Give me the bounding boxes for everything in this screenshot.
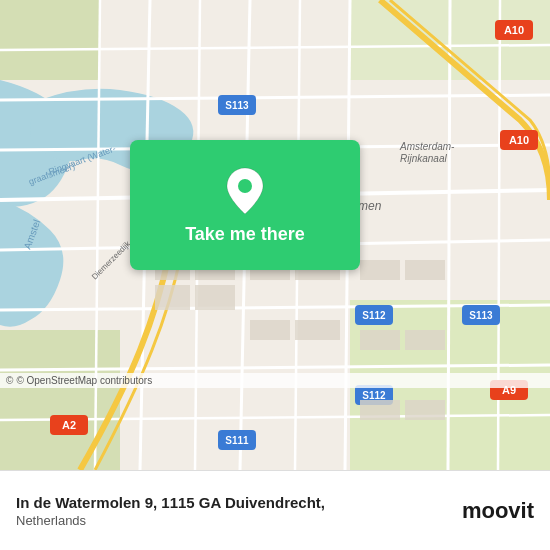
svg-text:S113: S113 (225, 100, 249, 111)
bottom-bar: In de Watermolen 9, 1115 GA Duivendrecht… (0, 470, 550, 550)
location-country: Netherlands (16, 513, 462, 528)
svg-point-60 (238, 179, 252, 193)
svg-rect-49 (195, 285, 235, 310)
moovit-text: moovit (462, 498, 534, 524)
svg-text:Rijnkanaal: Rijnkanaal (400, 153, 447, 164)
svg-text:S113: S113 (469, 310, 493, 321)
take-me-there-label: Take me there (185, 224, 305, 245)
moovit-logo: moovit (462, 498, 534, 524)
svg-text:S112: S112 (362, 310, 386, 321)
svg-rect-56 (360, 330, 400, 350)
svg-rect-58 (360, 400, 400, 420)
svg-line-16 (448, 0, 450, 470)
copyright-symbol: © (6, 375, 13, 386)
svg-rect-52 (250, 320, 290, 340)
svg-text:A10: A10 (504, 24, 524, 36)
app-container: A10 A10 S113 S112 S112 S113 S111 A9 (0, 0, 550, 550)
svg-rect-2 (0, 330, 120, 470)
svg-text:S111: S111 (225, 435, 249, 446)
copyright-bar: © © OpenStreetMap contributors (0, 373, 550, 388)
copyright-text: © OpenStreetMap contributors (16, 375, 152, 386)
moovit-label: moovit (462, 498, 534, 523)
svg-text:A2: A2 (62, 419, 76, 431)
location-info: In de Watermolen 9, 1115 GA Duivendrecht… (16, 494, 462, 528)
svg-rect-57 (405, 330, 445, 350)
svg-text:A10: A10 (509, 134, 529, 146)
svg-text:Amsterdam-: Amsterdam- (399, 141, 455, 152)
location-pin-icon (225, 166, 265, 216)
svg-rect-59 (405, 400, 445, 420)
svg-rect-53 (295, 320, 340, 340)
location-address: In de Watermolen 9, 1115 GA Duivendrecht… (16, 494, 462, 511)
take-me-there-button[interactable]: Take me there (130, 140, 360, 270)
svg-rect-54 (360, 260, 400, 280)
map-area: A10 A10 S113 S112 S112 S113 S111 A9 (0, 0, 550, 470)
svg-rect-55 (405, 260, 445, 280)
svg-text:S112: S112 (362, 390, 386, 401)
svg-rect-1 (0, 0, 100, 80)
svg-rect-48 (155, 285, 190, 310)
